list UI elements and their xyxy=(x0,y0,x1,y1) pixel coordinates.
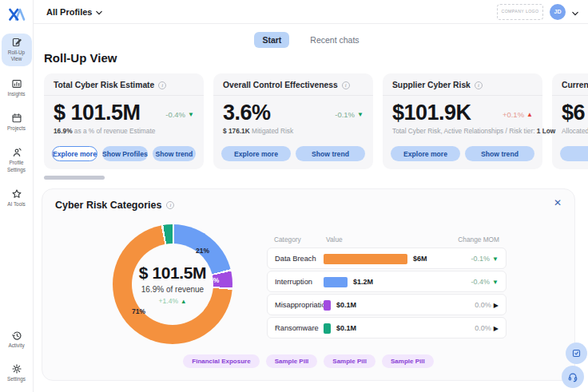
sidebar-nav: Roll-Up ViewInsightsProjectsProfile Sett… xyxy=(0,34,33,211)
rollup-view-icon xyxy=(11,37,22,48)
row-change: -0.1%▼ xyxy=(471,255,499,263)
pill-sample-pill-1[interactable]: Sample Pill xyxy=(266,354,318,368)
chat-tabs: StartRecent chats xyxy=(34,32,588,48)
pill-sample-pill-3[interactable]: Sample Pill xyxy=(382,354,434,368)
sidebar-item-settings[interactable]: Settings xyxy=(2,360,32,386)
row-value: $1.2M xyxy=(353,278,373,286)
card-subtitle: 16.9% as a % of revenue Estimate xyxy=(54,127,194,135)
activity-icon xyxy=(11,330,22,341)
arrow-flat-icon: ▶ xyxy=(494,325,499,332)
col-header-value: Value xyxy=(326,236,343,244)
tab-recent-chats[interactable]: Recent chats xyxy=(302,32,367,48)
card-title: Overall Control Effectiveness xyxy=(223,81,338,89)
ai-tools-icon xyxy=(11,188,22,200)
page-title: Roll-Up View xyxy=(44,51,117,65)
explore-more-button[interactable]: Explore more xyxy=(391,146,460,161)
row-value: $0.1M xyxy=(336,324,356,332)
donut-slice-label-71: 71% xyxy=(132,307,145,315)
donut-subtitle: 16.9% of revenue xyxy=(141,285,204,294)
panel-title: Cyber Risk Categories xyxy=(55,200,161,211)
avatar[interactable]: JD xyxy=(550,4,566,20)
chevron-down-icon xyxy=(96,7,102,17)
table-row-ransomware[interactable]: Ransomware$0.1M0.0%▶ xyxy=(267,317,507,339)
col-header-change-mom: Change MOM xyxy=(458,236,499,244)
sidebar-bottom-nav: ActivitySettings xyxy=(2,327,32,386)
feedback-button[interactable] xyxy=(566,343,587,364)
show-trend-button[interactable]: Show trend xyxy=(153,146,196,161)
row-value-bar xyxy=(324,323,331,334)
sidebar-item-label: Profile Settings xyxy=(2,160,31,173)
donut-slice-label-21: 21% xyxy=(196,247,209,255)
risk-donut-chart: $ 101.5M 16.9% of revenue +1.4% ▲ 71% 21… xyxy=(113,224,232,344)
info-icon[interactable]: i xyxy=(158,81,166,89)
metric-cards-row: Total Cyber Risk Estimatei$ 101.5M-0.4%▼… xyxy=(44,73,588,171)
sidebar-item-insights[interactable]: Insights xyxy=(2,75,32,101)
card-subtitle: Allocated xyxy=(562,127,588,135)
profile-settings-icon xyxy=(11,147,22,158)
insights-icon xyxy=(11,78,22,89)
arrow-flat-icon: ▶ xyxy=(494,302,499,309)
sidebar-item-aitools[interactable]: AI Tools xyxy=(2,185,32,211)
sidebar-item-label: Projects xyxy=(7,125,26,132)
row-change: -0.4%▼ xyxy=(471,278,499,286)
table-row-data-breach[interactable]: Data Breach$6M-0.1%▼ xyxy=(267,247,507,269)
risk-category-table: Category Value Change MOM Data Breach$6M… xyxy=(267,236,507,340)
show-profiles-button[interactable]: Show Profiles xyxy=(102,146,148,161)
row-category: Data Breach xyxy=(275,255,316,263)
row-category: Interruption xyxy=(275,278,312,286)
arrow-down-icon: ▼ xyxy=(492,255,499,263)
col-header-category: Category xyxy=(274,236,301,244)
show-trend-button[interactable]: Show trend xyxy=(465,146,534,161)
arrow-up-icon: ▲ xyxy=(181,298,186,305)
table-row-interruption[interactable]: Interruption$1.2M-0.4%▼ xyxy=(267,271,507,292)
arrow-up-icon: ▲ xyxy=(526,111,533,118)
sidebar-item-rollup[interactable]: Roll-Up View xyxy=(2,34,32,66)
headset-icon xyxy=(567,371,578,382)
suggestion-pills: Financial ExposureSample PillSample Pill… xyxy=(42,354,574,368)
donut-center: $ 101.5M 16.9% of revenue +1.4% ▲ xyxy=(113,224,232,344)
row-value-bar xyxy=(324,300,331,311)
row-category: Misappropriation xyxy=(275,301,330,309)
card-title: Supplier Cyber Risk xyxy=(392,81,471,89)
table-header-row: Category Value Change MOM xyxy=(267,236,507,247)
sidebar: Roll-Up ViewInsightsProjectsProfile Sett… xyxy=(0,0,34,392)
card-title: Total Cyber Risk Estimate xyxy=(54,81,154,89)
change-indicator: +0.1%▲ xyxy=(503,110,533,119)
pill-sample-pill-2[interactable]: Sample Pill xyxy=(324,354,375,368)
sidebar-item-label: AI Tools xyxy=(7,201,26,208)
cyber-risk-categories-panel: Cyber Risk Categories i ✕ $ 101.5M 16.9%… xyxy=(42,188,575,381)
close-icon[interactable]: ✕ xyxy=(554,197,562,208)
change-indicator: -0.4%▼ xyxy=(165,110,194,119)
settings-icon xyxy=(11,363,22,374)
pill-financial-exposure[interactable]: Financial Exposure xyxy=(183,354,259,368)
sidebar-item-label: Activity xyxy=(8,343,24,349)
info-icon[interactable]: i xyxy=(166,201,174,209)
explore-more-button[interactable]: Explore more xyxy=(560,146,588,161)
sidebar-item-projects[interactable]: Projects xyxy=(2,109,32,135)
sidebar-item-label: Roll-Up View xyxy=(2,49,31,63)
card-subtitle: Total Cyber Risk, Active Relationships /… xyxy=(392,127,533,135)
show-trend-button[interactable]: Show trend xyxy=(296,146,365,161)
donut-total-value: $ 101.5M xyxy=(139,263,206,283)
explore-more-button[interactable]: Explore more xyxy=(52,146,97,161)
card-title: Current xyxy=(562,81,588,89)
cards-horizontal-scrollbar[interactable] xyxy=(44,176,105,180)
account-chevron-down-icon[interactable] xyxy=(572,5,578,19)
tab-start[interactable]: Start xyxy=(254,32,289,48)
metric-card-2: Supplier Cyber Riski$101.9K+0.1%▲Total C… xyxy=(383,73,542,169)
info-icon[interactable]: i xyxy=(342,81,350,89)
info-icon[interactable]: i xyxy=(475,81,483,89)
sidebar-item-profile[interactable]: Profile Settings xyxy=(2,144,32,176)
support-button[interactable] xyxy=(562,366,584,388)
arrow-down-icon: ▼ xyxy=(492,279,499,286)
app-logo-icon[interactable] xyxy=(7,5,26,24)
row-value-bar xyxy=(324,254,407,264)
sidebar-item-label: Settings xyxy=(7,376,26,382)
table-row-misappropriation[interactable]: Misappropriation$0.1M0.0%▶ xyxy=(267,294,507,315)
sidebar-item-activity[interactable]: Activity xyxy=(2,327,32,352)
explore-more-button[interactable]: Explore more xyxy=(221,146,291,161)
change-indicator: -0.1%▼ xyxy=(335,110,364,119)
row-category: Ransomware xyxy=(275,324,319,332)
profile-selector-dropdown[interactable]: All Profiles xyxy=(46,7,102,17)
topbar: All Profiles COMPANY LOGO JD xyxy=(34,0,588,24)
